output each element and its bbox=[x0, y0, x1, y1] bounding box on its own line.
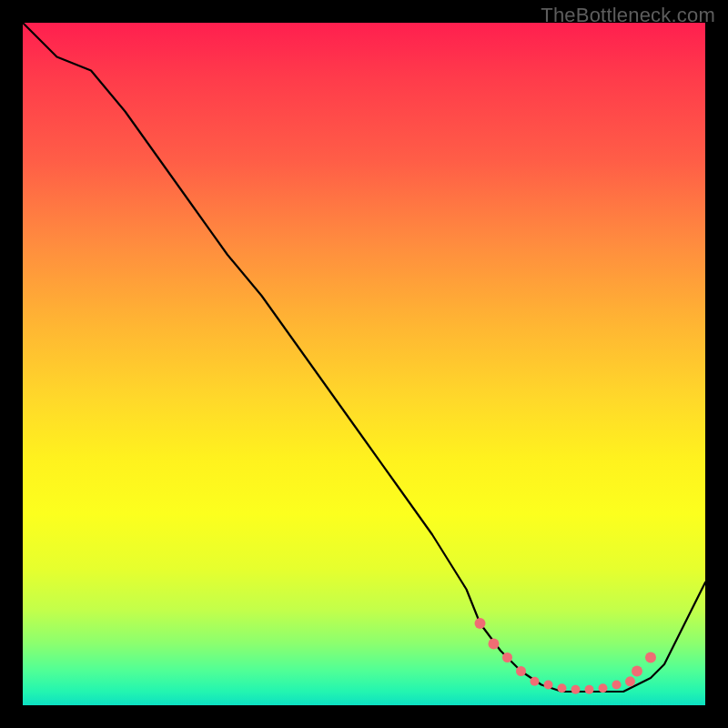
chart-stage: TheBottleneck.com bbox=[0, 0, 728, 728]
data-marker bbox=[516, 666, 526, 676]
curve-svg bbox=[23, 23, 705, 705]
data-marker bbox=[632, 666, 642, 677]
data-marker bbox=[571, 685, 581, 694]
data-marker bbox=[475, 618, 486, 629]
data-marker bbox=[502, 652, 512, 662]
plot-area bbox=[23, 23, 705, 705]
data-marker bbox=[544, 681, 553, 690]
data-marker bbox=[645, 652, 656, 663]
data-marker bbox=[599, 683, 608, 693]
data-markers bbox=[475, 618, 657, 694]
data-marker bbox=[531, 677, 540, 686]
data-marker bbox=[612, 681, 622, 690]
bottleneck-curve bbox=[23, 23, 705, 692]
data-marker bbox=[625, 676, 635, 686]
data-marker bbox=[585, 685, 594, 694]
watermark-text: TheBottleneck.com bbox=[541, 4, 715, 27]
data-marker bbox=[558, 683, 567, 693]
data-marker bbox=[489, 639, 500, 650]
